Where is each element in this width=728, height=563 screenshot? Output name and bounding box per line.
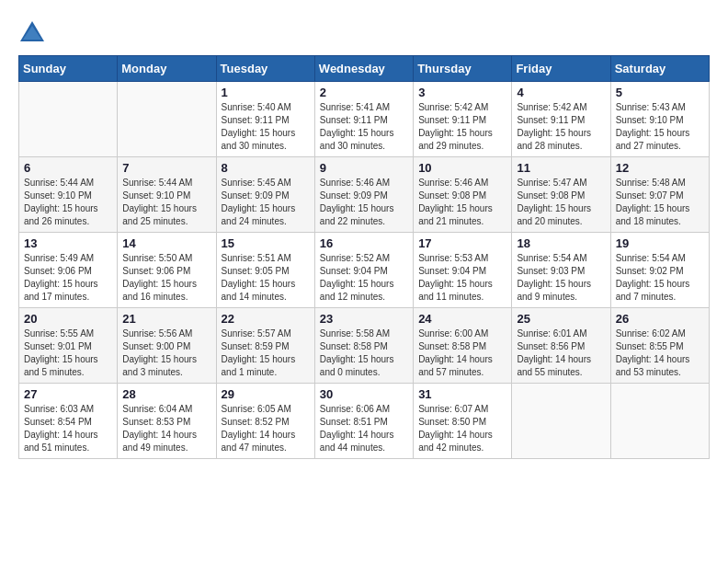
calendar-cell: 6Sunrise: 5:44 AM Sunset: 9:10 PM Daylig…: [19, 157, 118, 233]
day-number: 29: [222, 387, 310, 401]
day-number: 1: [222, 86, 310, 99]
day-info: Sunrise: 5:55 AM Sunset: 9:01 PM Dayligh…: [24, 327, 112, 379]
day-number: 13: [24, 236, 112, 250]
calendar-cell: 1Sunrise: 5:40 AM Sunset: 9:11 PM Daylig…: [216, 82, 314, 157]
day-header-wednesday: Wednesday: [314, 56, 413, 82]
day-number: 19: [616, 236, 704, 250]
day-header-sunday: Sunday: [19, 56, 118, 82]
calendar-cell: 9Sunrise: 5:46 AM Sunset: 9:09 PM Daylig…: [314, 157, 413, 233]
day-info: Sunrise: 5:53 AM Sunset: 9:04 PM Dayligh…: [418, 252, 506, 304]
day-number: 16: [320, 236, 408, 250]
day-info: Sunrise: 5:54 AM Sunset: 9:03 PM Dayligh…: [517, 252, 605, 304]
calendar-cell: 11Sunrise: 5:47 AM Sunset: 9:08 PM Dayli…: [512, 157, 610, 233]
calendar-cell: [19, 82, 118, 157]
calendar-cell: 19Sunrise: 5:54 AM Sunset: 9:02 PM Dayli…: [610, 233, 709, 308]
calendar-week-row: 13Sunrise: 5:49 AM Sunset: 9:06 PM Dayli…: [19, 233, 710, 308]
calendar-cell: 14Sunrise: 5:50 AM Sunset: 9:06 PM Dayli…: [118, 233, 216, 308]
day-info: Sunrise: 5:58 AM Sunset: 8:58 PM Dayligh…: [320, 327, 408, 379]
day-info: Sunrise: 5:49 AM Sunset: 9:06 PM Dayligh…: [24, 252, 112, 304]
calendar-cell: [118, 82, 216, 157]
calendar-cell: 22Sunrise: 5:57 AM Sunset: 8:59 PM Dayli…: [216, 308, 314, 384]
day-info: Sunrise: 5:42 AM Sunset: 9:11 PM Dayligh…: [517, 101, 605, 153]
calendar-cell: 2Sunrise: 5:41 AM Sunset: 9:11 PM Daylig…: [314, 82, 413, 157]
day-number: 11: [517, 161, 605, 175]
day-number: 26: [616, 312, 704, 326]
calendar-cell: 27Sunrise: 6:03 AM Sunset: 8:54 PM Dayli…: [19, 384, 118, 459]
day-number: 20: [24, 312, 112, 326]
day-info: Sunrise: 5:54 AM Sunset: 9:02 PM Dayligh…: [616, 252, 704, 304]
calendar-cell: 20Sunrise: 5:55 AM Sunset: 9:01 PM Dayli…: [19, 308, 118, 384]
day-number: 18: [517, 236, 605, 250]
day-number: 3: [418, 86, 506, 99]
day-info: Sunrise: 6:06 AM Sunset: 8:51 PM Dayligh…: [320, 403, 408, 454]
day-info: Sunrise: 6:07 AM Sunset: 8:50 PM Dayligh…: [418, 403, 506, 454]
day-number: 27: [24, 387, 112, 401]
calendar-cell: 8Sunrise: 5:45 AM Sunset: 9:09 PM Daylig…: [216, 157, 314, 233]
calendar-cell: 30Sunrise: 6:06 AM Sunset: 8:51 PM Dayli…: [314, 384, 413, 459]
day-number: 7: [122, 161, 210, 175]
page-header: [18, 18, 710, 46]
day-number: 30: [320, 387, 408, 401]
day-number: 5: [616, 86, 704, 99]
calendar-cell: [610, 384, 709, 459]
day-info: Sunrise: 5:44 AM Sunset: 9:10 PM Dayligh…: [122, 177, 210, 228]
day-info: Sunrise: 6:03 AM Sunset: 8:54 PM Dayligh…: [24, 403, 112, 454]
logo-icon: [18, 18, 46, 46]
day-info: Sunrise: 5:44 AM Sunset: 9:10 PM Dayligh…: [24, 177, 112, 228]
day-info: Sunrise: 6:05 AM Sunset: 8:52 PM Dayligh…: [222, 403, 310, 454]
day-info: Sunrise: 5:57 AM Sunset: 8:59 PM Dayligh…: [222, 327, 310, 379]
day-number: 17: [418, 236, 506, 250]
day-number: 21: [122, 312, 210, 326]
calendar-cell: 12Sunrise: 5:48 AM Sunset: 9:07 PM Dayli…: [610, 157, 709, 233]
calendar-cell: 16Sunrise: 5:52 AM Sunset: 9:04 PM Dayli…: [314, 233, 413, 308]
day-number: 6: [24, 161, 112, 175]
day-info: Sunrise: 5:43 AM Sunset: 9:10 PM Dayligh…: [616, 101, 704, 153]
calendar-cell: 21Sunrise: 5:56 AM Sunset: 9:00 PM Dayli…: [118, 308, 216, 384]
calendar-cell: 13Sunrise: 5:49 AM Sunset: 9:06 PM Dayli…: [19, 233, 118, 308]
day-header-thursday: Thursday: [414, 56, 512, 82]
calendar-header-row: SundayMondayTuesdayWednesdayThursdayFrid…: [19, 56, 710, 82]
day-number: 14: [122, 236, 210, 250]
day-info: Sunrise: 5:46 AM Sunset: 9:08 PM Dayligh…: [418, 177, 506, 228]
day-info: Sunrise: 6:00 AM Sunset: 8:58 PM Dayligh…: [418, 327, 506, 379]
day-number: 8: [222, 161, 310, 175]
day-number: 15: [222, 236, 310, 250]
day-info: Sunrise: 6:04 AM Sunset: 8:53 PM Dayligh…: [122, 403, 210, 454]
day-header-tuesday: Tuesday: [216, 56, 314, 82]
day-info: Sunrise: 5:51 AM Sunset: 9:05 PM Dayligh…: [222, 252, 310, 304]
day-info: Sunrise: 5:56 AM Sunset: 9:00 PM Dayligh…: [122, 327, 210, 379]
day-info: Sunrise: 5:50 AM Sunset: 9:06 PM Dayligh…: [122, 252, 210, 304]
logo: [18, 18, 50, 46]
calendar-cell: 3Sunrise: 5:42 AM Sunset: 9:11 PM Daylig…: [414, 82, 512, 157]
calendar-table: SundayMondayTuesdayWednesdayThursdayFrid…: [18, 55, 710, 459]
day-info: Sunrise: 6:01 AM Sunset: 8:56 PM Dayligh…: [517, 327, 605, 379]
calendar-cell: 23Sunrise: 5:58 AM Sunset: 8:58 PM Dayli…: [314, 308, 413, 384]
calendar-cell: 28Sunrise: 6:04 AM Sunset: 8:53 PM Dayli…: [118, 384, 216, 459]
day-info: Sunrise: 6:02 AM Sunset: 8:55 PM Dayligh…: [616, 327, 704, 379]
calendar-cell: 25Sunrise: 6:01 AM Sunset: 8:56 PM Dayli…: [512, 308, 610, 384]
calendar-week-row: 6Sunrise: 5:44 AM Sunset: 9:10 PM Daylig…: [19, 157, 710, 233]
day-header-friday: Friday: [512, 56, 610, 82]
calendar-week-row: 20Sunrise: 5:55 AM Sunset: 9:01 PM Dayli…: [19, 308, 710, 384]
day-number: 10: [418, 161, 506, 175]
calendar-cell: 24Sunrise: 6:00 AM Sunset: 8:58 PM Dayli…: [414, 308, 512, 384]
calendar-week-row: 1Sunrise: 5:40 AM Sunset: 9:11 PM Daylig…: [19, 82, 710, 157]
calendar-cell: 26Sunrise: 6:02 AM Sunset: 8:55 PM Dayli…: [610, 308, 709, 384]
day-number: 25: [517, 312, 605, 326]
calendar-cell: 18Sunrise: 5:54 AM Sunset: 9:03 PM Dayli…: [512, 233, 610, 308]
calendar-cell: 29Sunrise: 6:05 AM Sunset: 8:52 PM Dayli…: [216, 384, 314, 459]
day-info: Sunrise: 5:48 AM Sunset: 9:07 PM Dayligh…: [616, 177, 704, 228]
calendar-cell: 7Sunrise: 5:44 AM Sunset: 9:10 PM Daylig…: [118, 157, 216, 233]
day-number: 2: [320, 86, 408, 99]
calendar-cell: 5Sunrise: 5:43 AM Sunset: 9:10 PM Daylig…: [610, 82, 709, 157]
day-info: Sunrise: 5:41 AM Sunset: 9:11 PM Dayligh…: [320, 101, 408, 153]
day-info: Sunrise: 5:42 AM Sunset: 9:11 PM Dayligh…: [418, 101, 506, 153]
day-info: Sunrise: 5:46 AM Sunset: 9:09 PM Dayligh…: [320, 177, 408, 228]
calendar-cell: 31Sunrise: 6:07 AM Sunset: 8:50 PM Dayli…: [414, 384, 512, 459]
day-number: 24: [418, 312, 506, 326]
day-number: 28: [122, 387, 210, 401]
day-number: 4: [517, 86, 605, 99]
calendar-week-row: 27Sunrise: 6:03 AM Sunset: 8:54 PM Dayli…: [19, 384, 710, 459]
day-number: 31: [418, 387, 506, 401]
day-info: Sunrise: 5:52 AM Sunset: 9:04 PM Dayligh…: [320, 252, 408, 304]
